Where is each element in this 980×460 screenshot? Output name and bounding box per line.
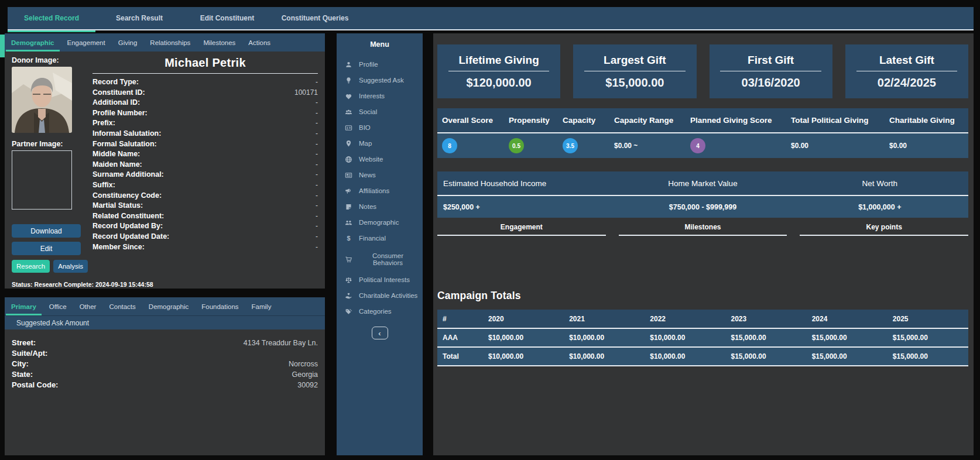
news-icon <box>345 171 352 179</box>
field-row: Profile Number:- <box>92 108 318 119</box>
constituent-panel: Demographic Engagement Giving Relationsh… <box>5 33 325 455</box>
tab-demographic-address[interactable]: Demographic <box>142 297 195 315</box>
menu-item-demographic[interactable]: Demographic <box>337 215 423 231</box>
tab-engagement-section[interactable]: Engagement <box>437 223 606 236</box>
demographic-panel-tabs: Demographic Engagement Giving Relationsh… <box>5 33 325 52</box>
capacity-badge: 3.5 <box>563 138 578 153</box>
field-row: Maiden Name:- <box>92 160 318 170</box>
map-icon <box>345 140 352 147</box>
field-row: Suffix:- <box>92 180 318 191</box>
menu-item-categories[interactable]: Categories <box>337 304 423 320</box>
financial-icon <box>345 235 352 242</box>
tab-constituent-queries[interactable]: Constituent Queries <box>271 7 359 29</box>
field-row: State:Georgia <box>12 369 318 380</box>
menu-item-affiliations[interactable]: Affiliations <box>337 183 423 199</box>
largest-gift-card: Largest Gift $15,000.00 <box>573 44 696 98</box>
net-worth-value: $1,000,000 + <box>791 196 968 218</box>
affiliations-icon <box>345 187 352 195</box>
download-button[interactable]: Download <box>12 224 81 238</box>
address-panel: Primary Office Other Contacts Demographi… <box>5 297 325 455</box>
capacity-range-value: $0.00 ~ <box>609 133 686 158</box>
field-row: Postal Code:30092 <box>12 380 318 390</box>
field-row: Record Type:- <box>92 77 318 88</box>
tab-primary[interactable]: Primary <box>5 297 43 315</box>
tab-actions[interactable]: Actions <box>242 33 277 52</box>
political-interests-icon <box>345 276 352 284</box>
propensity-badge: 0.5 <box>509 138 524 153</box>
menu-item-political-interests[interactable]: Political Interests <box>337 272 423 288</box>
tab-demographic[interactable]: Demographic <box>5 33 61 52</box>
tab-key-points-section[interactable]: Key points <box>800 223 968 236</box>
field-row: Informal Salutation:- <box>92 129 318 139</box>
menu-item-charitable-activities[interactable]: Charitable Activities <box>337 288 423 304</box>
menu-item-bio[interactable]: BIO <box>337 120 423 136</box>
menu-title: Menu <box>337 40 423 49</box>
field-row: Record Updated By:- <box>92 221 318 232</box>
suggested-ask-amount-tab[interactable]: Suggested Ask Amount <box>5 315 325 329</box>
tab-family[interactable]: Family <box>245 297 278 315</box>
top-nav-bar: Selected Record Search Result Edit Const… <box>8 7 974 30</box>
field-row: Surname Additional:- <box>92 170 318 180</box>
tab-search-result[interactable]: Search Result <box>95 7 183 29</box>
tab-foundations[interactable]: Foundations <box>195 297 245 315</box>
lifetime-giving-card: Lifetime Giving $120,000.00 <box>437 44 560 98</box>
charitable-activities-icon <box>345 292 352 300</box>
field-row: Middle Name:- <box>92 149 318 160</box>
campaign-totals-title: Campaign Totals <box>437 290 968 302</box>
tab-office[interactable]: Office <box>43 297 73 315</box>
demographic-icon <box>345 219 352 226</box>
field-row: Constituency Code:- <box>92 191 318 201</box>
field-row: Street:4134 Treaddur Bay Ln. <box>12 338 318 348</box>
menu-item-social[interactable]: Social <box>337 104 423 120</box>
overall-score-badge: 8 <box>442 138 457 153</box>
tab-milestones-section[interactable]: Milestones <box>619 223 787 236</box>
field-row: Related Constituent:- <box>92 211 318 222</box>
tab-contacts[interactable]: Contacts <box>102 297 142 315</box>
field-row: Martial Status:- <box>92 201 318 211</box>
tab-milestones[interactable]: Milestones <box>197 33 242 52</box>
partner-image-label: Partner Image: <box>12 140 88 148</box>
analysis-button[interactable]: Analysis <box>53 260 88 273</box>
social-icon <box>345 108 352 116</box>
field-row: Member Since:- <box>92 242 318 253</box>
tab-engagement[interactable]: Engagement <box>61 33 112 52</box>
edit-button[interactable]: Edit <box>12 242 81 255</box>
tab-giving[interactable]: Giving <box>112 33 144 52</box>
field-row: Constituent ID:100171 <box>92 88 318 98</box>
field-row: Prefix:- <box>92 118 318 129</box>
constituent-name: Michael Petrik <box>92 56 318 70</box>
menu-item-suggested-ask[interactable]: Suggested Ask <box>337 73 423 88</box>
side-menu: Menu Profile Suggested Ask Interests Soc… <box>337 33 423 455</box>
partner-image-placeholder <box>12 150 72 210</box>
donor-image-label: Donor Image: <box>12 56 88 64</box>
tab-selected-record[interactable]: Selected Record <box>8 7 95 29</box>
suggested-ask-icon <box>345 77 352 84</box>
first-gift-card: First Gift 03/16/2020 <box>710 44 832 98</box>
menu-item-map[interactable]: Map <box>337 136 423 152</box>
menu-item-notes[interactable]: Notes <box>337 199 423 215</box>
profile-icon <box>345 61 352 68</box>
table-row-total: Total $10,000.00 $10,000.00 $10,000.00 $… <box>437 348 968 366</box>
menu-item-financial[interactable]: Financial <box>337 231 423 246</box>
home-market-value: $750,000 - $999,999 <box>614 196 791 218</box>
menu-item-news[interactable]: News <box>337 167 423 183</box>
latest-gift-card: Latest Gift 02/24/2025 <box>845 44 968 98</box>
menu-item-consumer-behaviors[interactable]: Consumer Behaviors <box>337 246 423 272</box>
tab-edit-constituent[interactable]: Edit Constituent <box>183 7 271 29</box>
research-button[interactable]: Research <box>12 260 50 273</box>
tab-other[interactable]: Other <box>73 297 103 315</box>
left-accent-bar <box>0 35 5 57</box>
research-status-text: Status: Research Complete: 2024-09-19 15… <box>5 273 325 288</box>
total-political-giving-value: $0.00 <box>786 133 885 158</box>
field-row: Record Updated Date:- <box>92 232 318 242</box>
main-content: Lifetime Giving $120,000.00 Largest Gift… <box>433 33 974 455</box>
menu-item-website[interactable]: Website <box>337 152 423 167</box>
menu-item-profile[interactable]: Profile <box>337 57 423 73</box>
donor-photo <box>12 67 72 133</box>
consumer-behaviors-icon <box>345 256 352 263</box>
menu-item-interests[interactable]: Interests <box>337 88 423 104</box>
menu-collapse-button[interactable]: ‹ <box>372 327 388 339</box>
demographic-panel: Demographic Engagement Giving Relationsh… <box>5 33 325 289</box>
table-row: AAA $10,000.00 $10,000.00 $10,000.00 $15… <box>437 329 968 348</box>
tab-relationships[interactable]: Relationships <box>143 33 197 52</box>
